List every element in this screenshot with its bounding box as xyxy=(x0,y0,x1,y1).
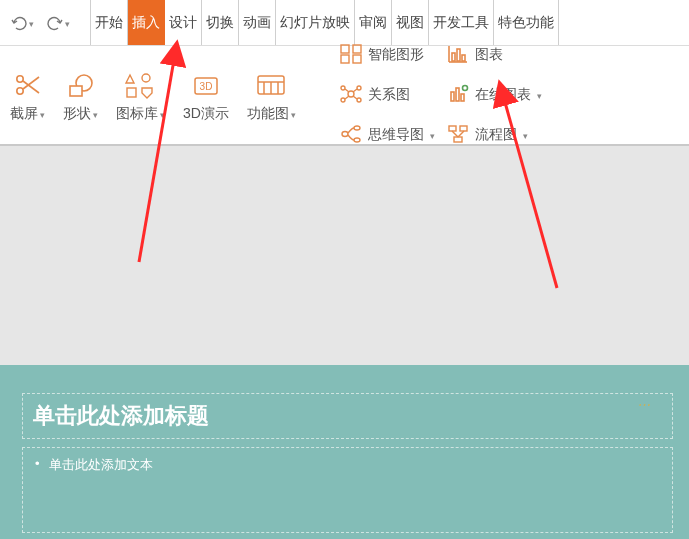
svg-point-39 xyxy=(354,138,360,142)
svg-line-29 xyxy=(345,89,349,92)
undo-button[interactable]: ▾ xyxy=(6,13,38,33)
svg-rect-5 xyxy=(70,86,82,96)
svg-rect-42 xyxy=(454,137,462,142)
svg-line-30 xyxy=(353,89,357,92)
svg-point-0 xyxy=(16,87,22,93)
svg-rect-33 xyxy=(451,92,454,101)
tab-insert[interactable]: 插入 xyxy=(128,0,165,45)
mindmap-icon xyxy=(340,124,362,147)
svg-line-32 xyxy=(353,96,357,99)
svg-point-25 xyxy=(341,86,345,90)
svg-point-1 xyxy=(16,75,22,81)
slide[interactable]: ⋯ 单击此处添加标题 单击此处添加文本 xyxy=(0,365,689,539)
tab-start[interactable]: 开始 xyxy=(90,0,128,45)
ribbon-right-group: 智能图形 图表 关系图 xyxy=(332,38,542,152)
online-chart-icon xyxy=(447,84,469,107)
flowchart-icon xyxy=(447,124,469,147)
svg-line-31 xyxy=(345,96,349,99)
button-shapes[interactable]: 形状▾ xyxy=(59,68,102,123)
dropdown-caret-icon: ▾ xyxy=(65,19,70,29)
svg-rect-40 xyxy=(449,126,456,131)
bar-chart-icon xyxy=(447,44,469,67)
svg-rect-23 xyxy=(462,55,465,61)
cube-3d-icon: 3D xyxy=(190,68,222,102)
svg-rect-41 xyxy=(460,126,467,131)
button-flowchart[interactable]: 流程图▾ xyxy=(447,124,542,147)
svg-point-28 xyxy=(357,98,361,102)
svg-rect-35 xyxy=(461,94,464,101)
function-chart-icon xyxy=(254,68,288,102)
svg-point-6 xyxy=(142,74,150,82)
scissors-icon xyxy=(13,68,43,102)
smart-graphic-icon xyxy=(340,44,362,67)
shapes-icon xyxy=(66,68,96,102)
svg-point-27 xyxy=(341,98,345,102)
svg-point-26 xyxy=(357,86,361,90)
svg-rect-7 xyxy=(127,88,136,97)
svg-rect-22 xyxy=(457,49,460,61)
button-smart-graphic[interactable]: 智能图形 xyxy=(340,44,435,67)
svg-rect-16 xyxy=(353,45,361,53)
svg-rect-21 xyxy=(452,53,455,61)
svg-rect-34 xyxy=(456,88,459,101)
svg-line-44 xyxy=(458,131,464,137)
quick-access-toolbar: ▾ ▾ xyxy=(6,13,90,33)
dropdown-caret-icon: ▾ xyxy=(29,19,34,29)
slide-workspace[interactable]: ⋯ 单击此处添加标题 单击此处添加文本 xyxy=(0,146,689,539)
svg-text:3D: 3D xyxy=(200,81,213,92)
redo-button[interactable]: ▾ xyxy=(42,13,74,33)
title-placeholder[interactable]: 单击此处添加标题 xyxy=(22,393,673,439)
svg-point-37 xyxy=(342,131,348,136)
icon-library-icon xyxy=(124,68,158,102)
ribbon-insert: 截屏▾ 形状▾ 图标库▾ 3D 3D演示 xyxy=(0,46,689,146)
button-icon-library[interactable]: 图标库▾ xyxy=(112,68,169,123)
button-3d-presentation[interactable]: 3D 3D演示 xyxy=(179,68,233,123)
tab-transition[interactable]: 切换 xyxy=(202,0,239,45)
button-function-chart[interactable]: 功能图▾ xyxy=(243,68,300,123)
button-cut-screen[interactable]: 截屏▾ xyxy=(6,68,49,123)
svg-line-43 xyxy=(452,131,458,137)
svg-rect-18 xyxy=(353,55,361,63)
button-relation[interactable]: 关系图 xyxy=(340,84,435,107)
svg-point-36 xyxy=(462,85,467,90)
svg-rect-15 xyxy=(341,45,349,53)
tab-animation[interactable]: 动画 xyxy=(239,0,276,45)
button-mindmap[interactable]: 思维导图▾ xyxy=(340,124,435,147)
content-placeholder[interactable]: 单击此处添加文本 xyxy=(22,447,673,533)
button-chart[interactable]: 图表 xyxy=(447,44,542,67)
relation-icon xyxy=(340,84,362,107)
svg-point-38 xyxy=(354,126,360,130)
tab-design[interactable]: 设计 xyxy=(165,0,202,45)
button-online-chart[interactable]: 在线图表▾ xyxy=(447,84,542,107)
svg-rect-17 xyxy=(341,55,349,63)
